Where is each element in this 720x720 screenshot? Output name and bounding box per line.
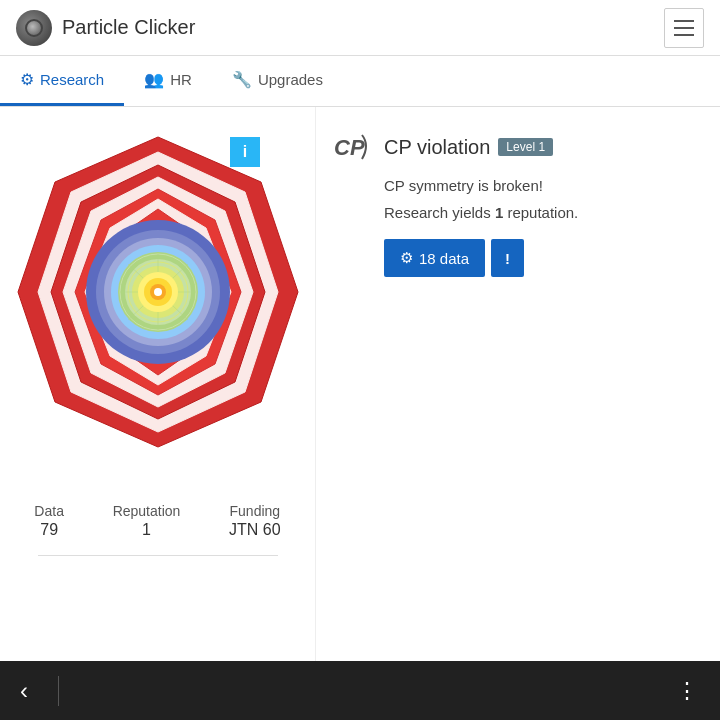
- stat-data: Data 79: [34, 503, 64, 539]
- info-badge[interactable]: i: [230, 137, 260, 167]
- research-tab-icon: ⚙: [20, 70, 34, 89]
- back-button[interactable]: ‹: [20, 677, 28, 705]
- hamburger-line-1: [674, 20, 694, 22]
- research-item-cp-violation: CP CP violation Level 1 CP symmetry is b…: [332, 127, 704, 277]
- stat-data-value: 79: [34, 521, 64, 539]
- tab-bar: ⚙ Research 👥 HR 🔧 Upgrades: [0, 56, 720, 107]
- nav-divider: [58, 676, 59, 706]
- stat-reputation-value: 1: [113, 521, 181, 539]
- research-action-row: ⚙ 18 data !: [384, 239, 704, 277]
- bottom-nav: ‹ ⋮: [0, 661, 720, 720]
- exclaim-button[interactable]: !: [491, 239, 524, 277]
- hr-tab-label: HR: [170, 71, 192, 88]
- left-panel: i: [0, 107, 315, 661]
- gear-small-icon: ⚙: [400, 249, 413, 267]
- stat-funding-label: Funding: [229, 503, 281, 519]
- tab-hr[interactable]: 👥 HR: [124, 56, 212, 106]
- tab-upgrades[interactable]: 🔧 Upgrades: [212, 56, 343, 106]
- main-content: i: [0, 107, 720, 661]
- research-name: CP violation: [384, 136, 490, 159]
- top-bar: Particle Clicker: [0, 0, 720, 56]
- research-yield: Research yields 1 reputation.: [384, 204, 704, 221]
- hr-tab-icon: 👥: [144, 70, 164, 89]
- data-button-label: 18 data: [419, 250, 469, 267]
- stat-data-label: Data: [34, 503, 64, 519]
- research-item-header: CP CP violation Level 1: [332, 127, 704, 167]
- info-badge-label: i: [243, 143, 247, 161]
- research-title-row: CP violation Level 1: [384, 136, 553, 159]
- level-badge: Level 1: [498, 138, 553, 156]
- tab-research[interactable]: ⚙ Research: [0, 56, 124, 106]
- yield-value: 1: [495, 204, 503, 221]
- app-branding: Particle Clicker: [16, 10, 195, 46]
- upgrades-tab-label: Upgrades: [258, 71, 323, 88]
- stats-divider: [38, 555, 278, 556]
- research-title-block: CP violation Level 1: [384, 136, 553, 159]
- particle-visualizer[interactable]: [13, 127, 303, 487]
- cp-violation-icon: CP: [332, 127, 372, 167]
- stat-funding: Funding JTN 60: [229, 503, 281, 539]
- research-description: CP symmetry is broken!: [384, 177, 704, 194]
- hamburger-line-2: [674, 27, 694, 29]
- particle-svg: [13, 127, 303, 487]
- upgrades-tab-icon: 🔧: [232, 70, 252, 89]
- stat-reputation-label: Reputation: [113, 503, 181, 519]
- stat-funding-value: JTN 60: [229, 521, 281, 539]
- exclaim-label: !: [505, 250, 510, 267]
- yield-prefix: Research yields: [384, 204, 491, 221]
- right-panel: CP CP violation Level 1 CP symmetry is b…: [315, 107, 720, 661]
- hamburger-menu-button[interactable]: [664, 8, 704, 48]
- app-icon: [16, 10, 52, 46]
- hamburger-line-3: [674, 34, 694, 36]
- stat-reputation: Reputation 1: [113, 503, 181, 539]
- stats-row: Data 79 Reputation 1 Funding JTN 60: [0, 487, 315, 547]
- svg-text:CP: CP: [334, 135, 365, 160]
- svg-point-23: [154, 288, 162, 296]
- more-options-button[interactable]: ⋮: [676, 678, 700, 704]
- yield-unit: reputation.: [507, 204, 578, 221]
- app-title: Particle Clicker: [62, 16, 195, 39]
- research-data-button[interactable]: ⚙ 18 data: [384, 239, 485, 277]
- research-tab-label: Research: [40, 71, 104, 88]
